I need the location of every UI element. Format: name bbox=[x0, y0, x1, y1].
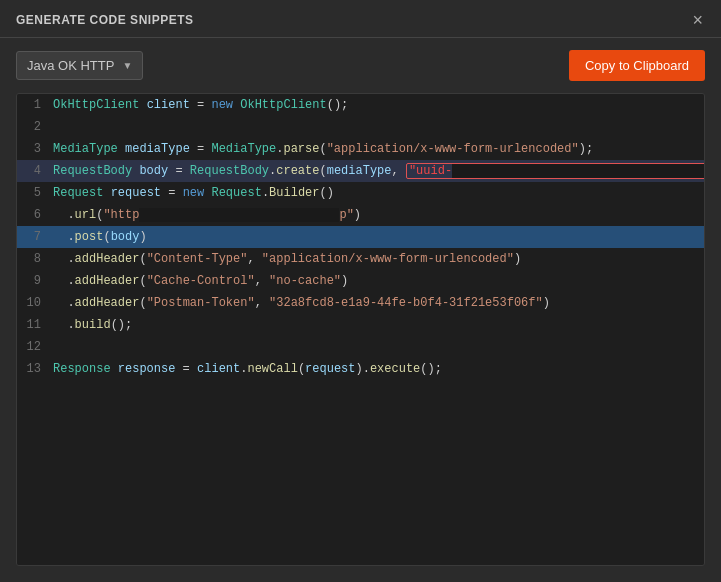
line-content: .build(); bbox=[53, 314, 704, 336]
copy-to-clipboard-button[interactable]: Copy to Clipboard bbox=[569, 50, 705, 81]
line-number: 8 bbox=[17, 248, 53, 270]
code-line-2: 2 bbox=[17, 116, 704, 138]
line-content: .url("httpp") bbox=[53, 204, 704, 226]
code-line-13: 13 Response response = client.newCall(re… bbox=[17, 358, 704, 380]
line-number: 5 bbox=[17, 182, 53, 204]
line-content: .addHeader("Content-Type", "application/… bbox=[53, 248, 704, 270]
toolbar: Java OK HTTP ▼ Copy to Clipboard bbox=[0, 38, 721, 93]
line-number: 4 bbox=[17, 160, 53, 182]
line-content: .addHeader("Cache-Control", "no-cache") bbox=[53, 270, 704, 292]
language-label: Java OK HTTP bbox=[27, 58, 114, 73]
code-line-5: 5 Request request = new Request.Builder(… bbox=[17, 182, 704, 204]
line-number: 6 bbox=[17, 204, 53, 226]
code-line-4: 4 RequestBody body = RequestBody.create(… bbox=[17, 160, 704, 182]
line-content: OkHttpClient client = new OkHttpClient()… bbox=[53, 94, 704, 116]
language-dropdown[interactable]: Java OK HTTP ▼ bbox=[16, 51, 143, 80]
line-number: 2 bbox=[17, 116, 53, 138]
line-number: 1 bbox=[17, 94, 53, 116]
line-number: 7 bbox=[17, 226, 53, 248]
line-content bbox=[53, 336, 704, 358]
line-content: Request request = new Request.Builder() bbox=[53, 182, 704, 204]
line-number: 3 bbox=[17, 138, 53, 160]
code-line-1: 1 OkHttpClient client = new OkHttpClient… bbox=[17, 94, 704, 116]
line-number: 9 bbox=[17, 270, 53, 292]
line-number: 11 bbox=[17, 314, 53, 336]
line-number: 13 bbox=[17, 358, 53, 380]
code-line-8: 8 .addHeader("Content-Type", "applicatio… bbox=[17, 248, 704, 270]
line-content: .addHeader("Postman-Token", "32a8fcd8-e1… bbox=[53, 292, 704, 314]
line-number: 10 bbox=[17, 292, 53, 314]
code-area[interactable]: 1 OkHttpClient client = new OkHttpClient… bbox=[16, 93, 705, 566]
line-content: Response response = client.newCall(reque… bbox=[53, 358, 704, 380]
line-content: .post(body) bbox=[53, 226, 704, 248]
line-number: 12 bbox=[17, 336, 53, 358]
line-content: MediaType mediaType = MediaType.parse("a… bbox=[53, 138, 704, 160]
modal-title: GENERATE CODE SNIPPETS bbox=[16, 13, 193, 27]
code-line-3: 3 MediaType mediaType = MediaType.parse(… bbox=[17, 138, 704, 160]
close-button[interactable]: × bbox=[690, 11, 705, 29]
code-line-9: 9 .addHeader("Cache-Control", "no-cache"… bbox=[17, 270, 704, 292]
code-line-10: 10 .addHeader("Postman-Token", "32a8fcd8… bbox=[17, 292, 704, 314]
code-line-12: 12 bbox=[17, 336, 704, 358]
chevron-down-icon: ▼ bbox=[122, 60, 132, 71]
code-line-11: 11 .build(); bbox=[17, 314, 704, 336]
modal-header: GENERATE CODE SNIPPETS × bbox=[0, 0, 721, 38]
line-content bbox=[53, 116, 704, 138]
modal: GENERATE CODE SNIPPETS × Java OK HTTP ▼ … bbox=[0, 0, 721, 582]
line-content: RequestBody body = RequestBody.create(me… bbox=[53, 160, 705, 182]
code-line-7: 7 .post(body) bbox=[17, 226, 704, 248]
code-line-6: 6 .url("httpp") bbox=[17, 204, 704, 226]
